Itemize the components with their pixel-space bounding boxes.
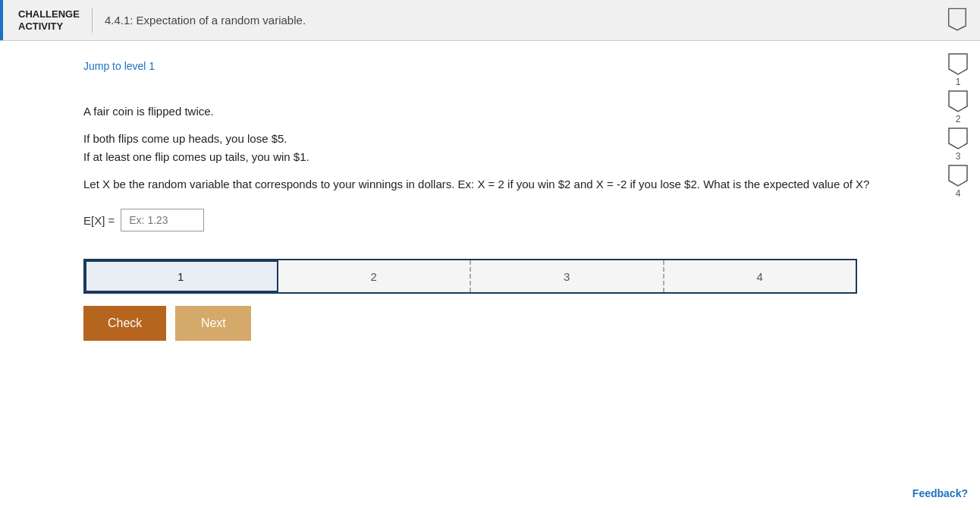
level-badge-4[interactable]: 4 xyxy=(948,165,968,199)
level-badge-1[interactable]: 1 xyxy=(948,53,968,87)
progress-segment-1[interactable]: 1 xyxy=(85,260,278,292)
level-badge-3[interactable]: 3 xyxy=(948,128,968,162)
expected-value-label: E[X] = xyxy=(83,214,115,227)
header-badge xyxy=(947,7,968,33)
answer-input[interactable] xyxy=(121,209,204,231)
next-button[interactable]: Next xyxy=(175,306,251,341)
button-row: Check Next xyxy=(83,306,880,341)
level-badge-2[interactable]: 2 xyxy=(948,90,968,124)
check-button[interactable]: Check xyxy=(83,306,166,341)
jump-to-level-link[interactable]: Jump to level 1 xyxy=(83,60,155,72)
level-sidebar: 1 2 3 4 xyxy=(948,53,968,199)
header-title: 4.4.1: Expectation of a random variable. xyxy=(105,14,306,27)
header-divider xyxy=(92,8,93,33)
accent-bar xyxy=(0,0,3,40)
main-content: Jump to level 1 A fair coin is flipped t… xyxy=(0,41,910,359)
question-line1: A fair coin is flipped twice. xyxy=(83,102,880,121)
question-block: A fair coin is flipped twice. If both fl… xyxy=(83,102,880,194)
answer-row: E[X] = xyxy=(83,209,880,231)
progress-segment-4[interactable]: 4 xyxy=(664,260,856,292)
feedback-link[interactable]: Feedback? xyxy=(912,487,968,499)
progress-segment-3[interactable]: 3 xyxy=(471,260,664,292)
question-line2: If both flips come up heads, you lose $5… xyxy=(83,130,880,166)
challenge-label: CHALLENGE ACTIVITY xyxy=(18,8,80,32)
progress-bar: 1234 xyxy=(83,259,857,294)
header: CHALLENGE ACTIVITY 4.4.1: Expectation of… xyxy=(0,0,980,41)
question-line3: Let X be the random variable that corres… xyxy=(83,175,880,194)
progress-segment-2[interactable]: 2 xyxy=(278,260,472,292)
